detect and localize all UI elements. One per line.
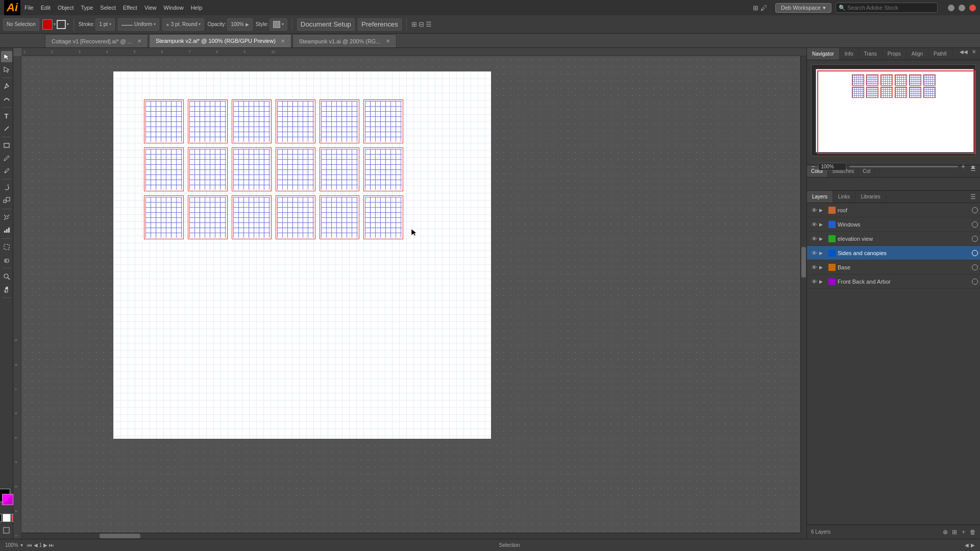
- props-tab[interactable]: Props: [883, 48, 906, 60]
- layer-vis-frontback[interactable]: 👁: [809, 279, 819, 285]
- prev-first-button[interactable]: ⏮: [27, 542, 32, 548]
- stroke-value-input[interactable]: 1 pt ▾: [95, 18, 115, 31]
- dropdown-arrow-fill[interactable]: ▾: [54, 22, 56, 27]
- tab-1-close[interactable]: ✕: [281, 38, 285, 44]
- white-swatch[interactable]: [3, 514, 11, 522]
- menu-edit[interactable]: Edit: [41, 5, 51, 11]
- layer-circle-frontback[interactable]: [972, 279, 978, 285]
- workspace-selector[interactable]: Deb Workspace ▾: [775, 3, 831, 13]
- curvature-tool[interactable]: [1, 93, 12, 105]
- layer-circle-elevation[interactable]: [972, 236, 978, 242]
- eraser-tool[interactable]: [1, 254, 12, 265]
- screen-mode-button[interactable]: [1, 524, 12, 536]
- layer-expand-frontback[interactable]: ▶: [819, 279, 826, 284]
- tab-1[interactable]: Steampunk v2.ai* @ 100% (RGB/GPU Preview…: [149, 34, 291, 47]
- scrollbar-thumb-v[interactable]: [801, 247, 806, 278]
- layer-vis-sides[interactable]: 👁: [809, 250, 819, 256]
- new-layer-button[interactable]: +: [962, 529, 965, 536]
- selection-tool[interactable]: [1, 51, 12, 62]
- scale-tool[interactable]: [1, 195, 12, 206]
- menu-select[interactable]: Select: [100, 5, 116, 11]
- zoom-slider[interactable]: [849, 166, 958, 167]
- maximize-button[interactable]: [959, 5, 965, 11]
- navigator-tab[interactable]: Navigator: [807, 48, 840, 60]
- type-tool[interactable]: T: [1, 110, 12, 121]
- paintbrush-tool[interactable]: [1, 153, 12, 164]
- brush-selector[interactable]: ● 3 pt. Round ▾: [162, 18, 204, 31]
- tab-2-close[interactable]: ✕: [386, 38, 390, 44]
- panel-close-btn[interactable]: ✕: [972, 49, 976, 55]
- stroke-color[interactable]: [57, 20, 66, 29]
- symbol-sprayer-tool[interactable]: [1, 212, 12, 223]
- style-selector[interactable]: ▾: [270, 18, 287, 31]
- view-grid-icon[interactable]: ⊟: [419, 20, 424, 28]
- panel-collapse-btn[interactable]: ◀◀: [960, 49, 968, 55]
- layers-tab[interactable]: Layers: [807, 191, 833, 203]
- scrollbar-vertical[interactable]: [800, 56, 806, 533]
- opacity-input[interactable]: 100% ▶: [227, 18, 253, 31]
- make-clipping-mask-button[interactable]: ⊕: [943, 529, 948, 536]
- layer-circle-windows[interactable]: [972, 221, 978, 228]
- hand-tool[interactable]: [1, 284, 12, 295]
- layer-circle-base[interactable]: [972, 264, 978, 270]
- new-sublayer-button[interactable]: ⊞: [952, 529, 957, 536]
- layer-expand-roof[interactable]: ▶: [819, 208, 826, 213]
- zoom-input[interactable]: [818, 163, 846, 170]
- line-tool[interactable]: [1, 123, 12, 134]
- links-tab[interactable]: Links: [833, 191, 855, 203]
- layer-expand-windows[interactable]: ▶: [819, 222, 826, 227]
- layer-item-base[interactable]: 👁 ▶ Base: [807, 260, 980, 274]
- tab-2[interactable]: Steampunk v1.ai @ 200% (RG... ✕: [292, 34, 397, 47]
- layer-vis-roof[interactable]: 👁: [809, 207, 819, 213]
- close-button[interactable]: [969, 5, 976, 11]
- menu-effect[interactable]: Effect: [123, 5, 137, 11]
- align-tab[interactable]: Align: [906, 48, 928, 60]
- black-swatch[interactable]: [0, 514, 2, 522]
- menu-window[interactable]: Window: [164, 5, 184, 11]
- canvas-scroll[interactable]: [21, 56, 800, 533]
- zoom-in-icon[interactable]: +: [961, 162, 965, 170]
- preferences-button[interactable]: Preferences: [358, 18, 402, 31]
- pathfinder-tab[interactable]: Pathfi: [928, 48, 952, 60]
- fill-color[interactable]: [42, 19, 53, 30]
- layer-item-frontback[interactable]: 👁 ▶ Front Back and Arbor: [807, 274, 980, 289]
- layer-expand-base[interactable]: ▶: [819, 265, 826, 270]
- libraries-tab[interactable]: Libraries: [855, 191, 886, 203]
- more-options-icon[interactable]: ☰: [426, 20, 432, 28]
- status-left-arrow[interactable]: ◀: [965, 542, 969, 548]
- layer-vis-windows[interactable]: 👁: [809, 221, 819, 228]
- dropdown-arrow-stroke[interactable]: ▾: [67, 22, 69, 27]
- transform-tab[interactable]: Trans: [859, 48, 883, 60]
- menu-type[interactable]: Type: [81, 5, 93, 11]
- layer-vis-elevation[interactable]: 👁: [809, 236, 819, 242]
- status-zoom-dropdown[interactable]: ▾: [20, 542, 23, 548]
- next-last-button[interactable]: ⏭: [49, 542, 54, 548]
- document-setup-button[interactable]: Document Setup: [297, 18, 355, 31]
- prev-button[interactable]: ◀: [34, 542, 38, 548]
- menu-view[interactable]: View: [144, 5, 157, 11]
- menu-file[interactable]: File: [24, 5, 34, 11]
- layer-circle-roof[interactable]: [972, 207, 978, 213]
- stroke-box-main[interactable]: [2, 494, 13, 505]
- menu-object[interactable]: Object: [58, 5, 74, 11]
- layer-item-elevation[interactable]: 👁 ▶ elevation view: [807, 232, 980, 246]
- scrollbar-thumb-h[interactable]: [100, 534, 140, 538]
- layer-item-roof[interactable]: 👁 ▶ roof: [807, 203, 980, 217]
- status-right-arrow[interactable]: ▶: [971, 542, 975, 548]
- info-tab[interactable]: Info: [840, 48, 859, 60]
- slice-tool[interactable]: [1, 241, 12, 253]
- pencil-tool[interactable]: [1, 165, 12, 177]
- scrollbar-horizontal[interactable]: [21, 533, 800, 539]
- zoom-out-icon[interactable]: −: [811, 162, 815, 170]
- rotate-tool[interactable]: [1, 182, 12, 193]
- rectangle-tool[interactable]: [1, 140, 12, 151]
- next-button[interactable]: ▶: [43, 542, 47, 548]
- layer-expand-sides[interactable]: ▶: [819, 251, 826, 256]
- tab-0-close[interactable]: ✕: [137, 38, 141, 44]
- layer-item-sides[interactable]: 👁 ▶ Sides and canopies: [807, 246, 980, 260]
- minimize-button[interactable]: [948, 5, 954, 11]
- tab-0[interactable]: Cottage v1 [Recovered].ai* @ ... ✕: [45, 34, 148, 47]
- layer-vis-base[interactable]: 👁: [809, 264, 819, 270]
- layer-item-windows[interactable]: 👁 ▶ Windows: [807, 217, 980, 232]
- zoom-tool[interactable]: [1, 271, 12, 282]
